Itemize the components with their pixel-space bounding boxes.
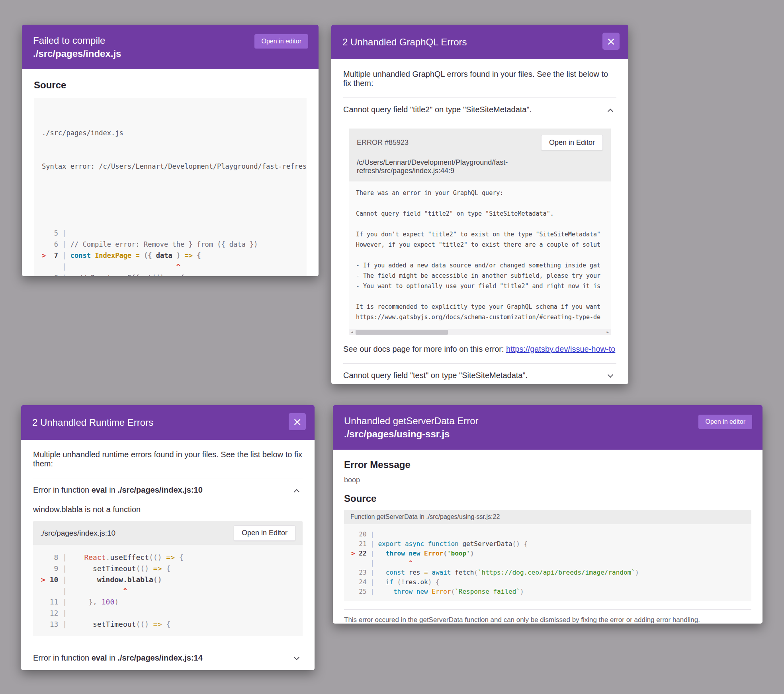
panel-body: Source ./src/pages/index.js Syntax error… [22, 69, 319, 276]
intro-text: Multiple unhandled GraphQL errors found … [343, 70, 616, 88]
blank-line [42, 194, 299, 205]
accordion-summary: Cannot query field "title2" on type "Sit… [343, 105, 532, 114]
error-code-label: ERROR #85923 [357, 138, 409, 147]
accordion-row-title2[interactable]: Cannot query field "title2" on type "Sit… [343, 98, 616, 121]
accordion-row-error-14[interactable]: Error in function eval in ./src/pages/in… [33, 646, 303, 669]
failed-to-compile-panel: Failed to compile ./src/pages/index.js O… [22, 25, 319, 276]
docs-help-line: See our docs page for more info on this … [343, 345, 616, 354]
runtime-error-message: window.blabla is not a function [33, 505, 303, 514]
panel-header: 2 Unhandled Runtime Errors × [21, 405, 315, 440]
scroll-left-arrow-icon[interactable]: ◄ [349, 330, 355, 334]
accordion-row-error-10[interactable]: Error in function eval in ./src/pages/in… [33, 478, 303, 501]
scroll-right-arrow-icon[interactable]: ► [605, 330, 611, 334]
panel-header: Unhandled getServerData Error ./src/page… [333, 405, 762, 450]
divider [344, 609, 751, 610]
source-code-block: Function getServerData in ./src/pages/us… [344, 510, 751, 601]
panel-title: 2 Unhandled Runtime Errors [32, 416, 303, 429]
open-in-editor-button[interactable]: Open in Editor [234, 525, 295, 541]
intro-text: Multiple unhandled runtime errors found … [33, 450, 303, 468]
close-button[interactable]: × [289, 413, 306, 430]
graphql-error-detail: ERROR #85923 Open in Editor /c/Users/Len… [349, 129, 611, 335]
ssr-error-note: This error occured in the getServerData … [344, 616, 751, 624]
source-heading: Source [34, 80, 307, 91]
error-code-row: ERROR #85923 Open in Editor [357, 135, 603, 150]
error-message-heading: Error Message [344, 459, 751, 470]
source-heading: Source [344, 493, 751, 504]
code-block-header: ./src/pages/index.js:10 Open in Editor [33, 521, 303, 545]
code-file-line: ./src/pages/index.js [42, 127, 299, 138]
runtime-errors-panel: 2 Unhandled Runtime Errors × Multiple un… [21, 405, 315, 670]
code-lines: 20 | 21 | export async function getServe… [344, 524, 751, 601]
error-code-band: ERROR #85923 Open in Editor /c/Users/Len… [349, 129, 611, 181]
error-message-value: boop [344, 476, 751, 484]
graphql-errors-panel: 2 Unhandled GraphQL Errors × Multiple un… [331, 25, 628, 384]
open-in-editor-button[interactable]: Open in editor [698, 415, 752, 429]
code-caption: Function getServerData in ./src/pages/us… [350, 513, 500, 520]
getserverdata-error-panel: Unhandled getServerData Error ./src/page… [333, 405, 762, 624]
scrollbar-thumb[interactable] [356, 330, 448, 335]
close-icon: × [293, 415, 302, 428]
code-file-label: ./src/pages/index.js:10 [40, 529, 115, 538]
accordion-summary: Error in function eval in ./src/pages/in… [33, 653, 203, 663]
chevron-down-icon [294, 654, 299, 660]
code-block-header: Function getServerData in ./src/pages/us… [344, 510, 751, 524]
code-lines: 5 | 6 | // Compile error: Remove the } f… [42, 228, 299, 276]
chevron-down-icon [608, 372, 613, 377]
panel-body: Multiple unhandled GraphQL errors found … [331, 59, 628, 384]
close-button[interactable]: × [602, 33, 620, 50]
open-in-editor-button[interactable]: Open in editor [254, 34, 308, 49]
source-code: ./src/pages/index.js Syntax error: /c/Us… [34, 98, 307, 276]
source-code-block: ./src/pages/index.js:10 Open in Editor 8… [33, 521, 303, 636]
panel-file-path: ./src/pages/using-ssr.js [344, 427, 751, 441]
graphql-error-message: There was an error in your GraphQL query… [349, 181, 611, 329]
accordion-summary: Cannot query field "test" on type "SiteS… [343, 371, 528, 380]
close-icon: × [606, 35, 616, 47]
error-file-path: /c/Users/Lennart/Development/Playground/… [357, 158, 603, 175]
panel-title: 2 Unhandled GraphQL Errors [342, 35, 617, 49]
docs-link[interactable]: https://gatsby.dev/issue-how-to [506, 345, 615, 353]
horizontal-scrollbar[interactable]: ◄ ► [349, 329, 611, 335]
chevron-up-icon [294, 489, 299, 494]
code-lines: 8 | React.useEffect(() => { 9 | setTimeo… [33, 545, 303, 636]
panel-header: Failed to compile ./src/pages/index.js O… [22, 25, 319, 69]
source-code-block: ./src/pages/index.js Syntax error: /c/Us… [34, 98, 307, 276]
syntax-error-line: Syntax error: /c/Users/Lennart/Developme… [42, 161, 299, 172]
chevron-up-icon [608, 108, 613, 114]
panel-body: Error Message boop Source Function getSe… [333, 450, 762, 624]
scrollbar-track[interactable] [355, 329, 605, 335]
panel-file-path: ./src/pages/index.js [33, 47, 307, 60]
open-in-editor-button[interactable]: Open in Editor [541, 135, 603, 150]
accordion-summary: Error in function eval in ./src/pages/in… [33, 485, 203, 495]
panel-header: 2 Unhandled GraphQL Errors × [331, 25, 628, 59]
panel-title: Unhandled getServerData Error [344, 414, 751, 427]
error-overlay-page: { "theme": { "accent_purple": "#703ba3",… [0, 0, 784, 694]
accordion-row-test[interactable]: Cannot query field "test" on type "SiteS… [343, 364, 616, 384]
panel-body: Multiple unhandled runtime errors found … [21, 440, 315, 670]
